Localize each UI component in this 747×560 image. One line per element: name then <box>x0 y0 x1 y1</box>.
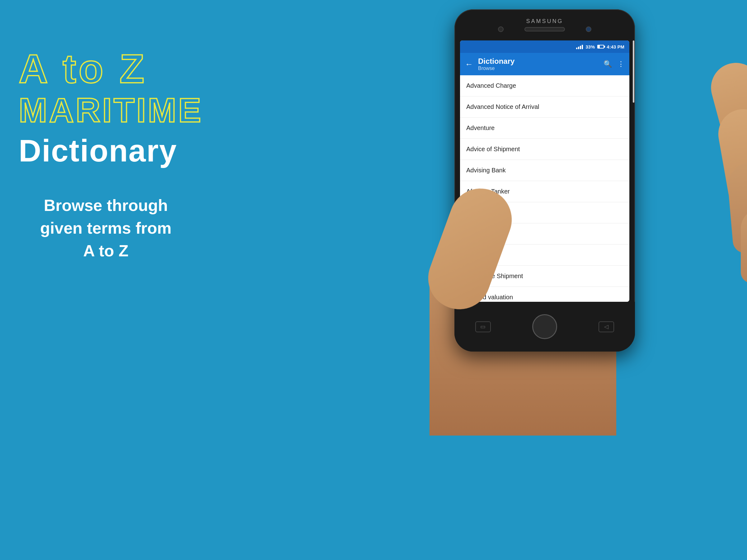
dict-item[interactable]: Advanced Charge <box>460 75 629 97</box>
header-icons: 🔍 ⋮ <box>603 60 624 68</box>
more-menu-icon[interactable]: ⋮ <box>618 60 624 68</box>
dict-item[interactable]: Adventure <box>460 117 629 139</box>
dict-item[interactable]: Advising Bank <box>460 160 629 181</box>
back-nav-button[interactable]: ◁ <box>598 321 614 332</box>
status-time: 4:43 PM <box>607 44 624 50</box>
scroll-indicator <box>633 41 634 103</box>
app-title: Dictionary <box>478 57 598 66</box>
back-nav-icon: ◁ <box>604 323 609 330</box>
recent-apps-button[interactable]: ▭ <box>475 321 491 332</box>
search-icon[interactable]: 🔍 <box>603 60 612 68</box>
title-dictionary: Dictionary <box>19 132 193 169</box>
home-button[interactable] <box>532 314 557 339</box>
subtitle-text: Browse throughgiven terms fromA to Z <box>19 194 193 262</box>
phone-bottom-nav: ▭ ◁ <box>455 302 635 351</box>
dict-item[interactable]: Advice of Shipment <box>460 139 629 160</box>
front-camera-left <box>498 26 504 32</box>
front-camera-right <box>586 26 591 32</box>
status-bar: 33% 4:43 PM <box>460 41 629 53</box>
back-button[interactable]: ← <box>465 59 473 69</box>
header-title-group: Dictionary Browse <box>478 57 598 72</box>
phone-wrapper: SAMSUNG 33% 4:43 PM <box>430 0 747 560</box>
speaker-grill <box>524 27 565 31</box>
samsung-brand: SAMSUNG <box>526 18 563 25</box>
phone-top-bar <box>498 26 591 32</box>
app-header: ← Dictionary Browse 🔍 ⋮ <box>460 53 629 75</box>
battery-icon <box>597 45 604 49</box>
recent-apps-icon: ▭ <box>480 323 486 330</box>
battery-percent: 33% <box>586 44 595 50</box>
title-atoz: A to Z <box>19 47 193 91</box>
app-subtitle: Browse <box>478 65 598 71</box>
phone-device: SAMSUNG 33% 4:43 PM <box>455 9 635 351</box>
signal-icon <box>576 44 583 49</box>
title-maritime: MARITIME <box>19 91 193 129</box>
dict-item[interactable]: Advanced Notice of Arrival <box>460 97 629 117</box>
left-panel: A to Z MARITIME Dictionary Browse throug… <box>19 47 193 262</box>
